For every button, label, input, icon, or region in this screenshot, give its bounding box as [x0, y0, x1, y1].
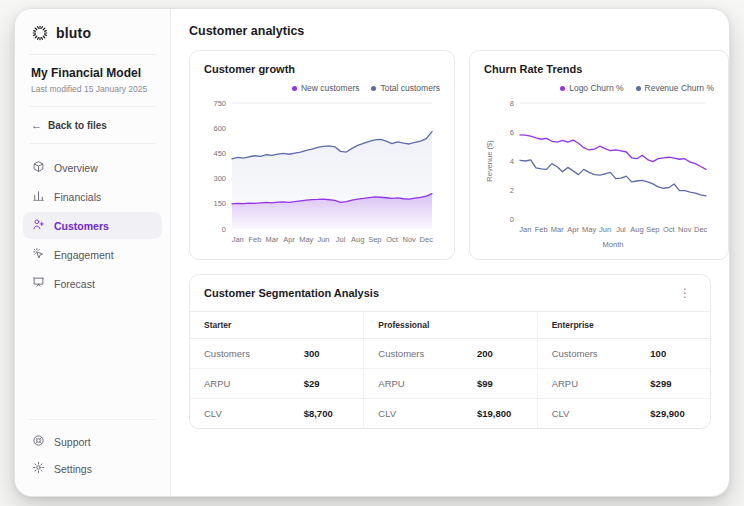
- sidebar-nav: Overview Financials Customers: [15, 144, 170, 307]
- svg-text:Sep: Sep: [646, 225, 659, 234]
- model-title: My Financial Model: [31, 66, 154, 80]
- svg-text:450: 450: [213, 149, 226, 158]
- kebab-menu-icon[interactable]: ⋮: [674, 285, 696, 301]
- column-header-enterprise: Enterprise: [537, 311, 710, 339]
- svg-text:Revenue ($): Revenue ($): [485, 140, 494, 182]
- overview-icon: [32, 160, 45, 175]
- metric-value: $99: [463, 369, 537, 399]
- svg-text:Oct: Oct: [663, 225, 676, 234]
- metric-value: 200: [463, 339, 537, 369]
- legend-label: Total customers: [380, 83, 440, 93]
- svg-text:Nov: Nov: [402, 235, 416, 244]
- charts-row: Customer growth New customers Total cust…: [189, 50, 711, 260]
- svg-text:Dec: Dec: [420, 235, 434, 244]
- sidebar-item-settings[interactable]: Settings: [23, 455, 162, 482]
- logo: bluto: [15, 9, 170, 54]
- svg-text:Nov: Nov: [678, 225, 692, 234]
- sidebar-item-label: Support: [54, 436, 91, 448]
- svg-text:Aug: Aug: [630, 225, 643, 234]
- svg-text:150: 150: [213, 199, 226, 208]
- metric-label: Customers: [363, 339, 463, 369]
- chart-legend: Logo Churn % Revenue Churn %: [484, 83, 714, 93]
- legend-dot: [371, 86, 376, 91]
- metric-value: $29: [290, 369, 364, 399]
- metric-label: ARPU: [190, 369, 290, 399]
- svg-text:0: 0: [510, 215, 514, 224]
- svg-text:4: 4: [510, 157, 514, 166]
- metric-label: CLV: [537, 399, 637, 428]
- sidebar-item-financials[interactable]: Financials: [23, 183, 162, 210]
- model-info: My Financial Model Last modified 15 Janu…: [15, 55, 170, 106]
- svg-text:Oct: Oct: [386, 235, 399, 244]
- page-title: Customer analytics: [189, 24, 711, 38]
- table-title: Customer Segmentation Analysis: [204, 287, 379, 299]
- svg-text:May: May: [582, 225, 596, 234]
- svg-text:Jan: Jan: [519, 225, 531, 234]
- svg-text:Apr: Apr: [283, 235, 295, 244]
- metric-value: $299: [636, 369, 710, 399]
- churn-rate-card: Churn Rate Trends Logo Churn % Revenue C…: [469, 50, 729, 260]
- chart-title: Churn Rate Trends: [484, 63, 714, 75]
- sidebar-item-customers[interactable]: Customers: [23, 212, 162, 239]
- app-window: bluto My Financial Model Last modified 1…: [14, 8, 730, 497]
- svg-text:Jun: Jun: [599, 225, 611, 234]
- legend-item-revenue-churn: Revenue Churn %: [636, 83, 714, 93]
- legend-item-new-customers: New customers: [292, 83, 360, 93]
- legend-dot: [636, 86, 641, 91]
- svg-text:Apr: Apr: [567, 225, 579, 234]
- sidebar-item-label: Overview: [54, 162, 98, 174]
- sidebar-footer: Support Settings: [15, 411, 170, 496]
- metric-label: Customers: [537, 339, 637, 369]
- metric-label: CLV: [190, 399, 290, 428]
- churn-rate-chart: 02468JanFebMarAprMayJunJulAugSepOctNovDe…: [484, 95, 714, 251]
- metric-label: ARPU: [363, 369, 463, 399]
- svg-text:Dec: Dec: [694, 225, 708, 234]
- metric-value: $8,700: [290, 399, 364, 428]
- column-header-professional: Professional: [363, 311, 536, 339]
- sidebar-item-support[interactable]: Support: [23, 428, 162, 455]
- user-plus-icon: [32, 218, 45, 233]
- sidebar-item-forecast[interactable]: Forecast: [23, 270, 162, 297]
- sidebar-item-label: Customers: [54, 220, 109, 232]
- svg-text:Jul: Jul: [616, 225, 626, 234]
- svg-text:Feb: Feb: [248, 235, 261, 244]
- column-header-starter: Starter: [190, 311, 363, 339]
- metric-value: 100: [636, 339, 710, 369]
- main-content: Customer analytics Customer growth New c…: [171, 9, 729, 496]
- segmentation-table: Starter Professional Enterprise Customer…: [190, 311, 710, 428]
- svg-text:May: May: [299, 235, 313, 244]
- sidebar-item-label: Forecast: [54, 278, 95, 290]
- svg-text:2: 2: [510, 186, 514, 195]
- sidebar-item-overview[interactable]: Overview: [23, 154, 162, 181]
- metric-value: 300: [290, 339, 364, 369]
- legend-item-logo-churn: Logo Churn %: [560, 83, 623, 93]
- logo-text: bluto: [56, 25, 91, 41]
- svg-text:Month: Month: [603, 240, 624, 249]
- legend-dot: [292, 86, 297, 91]
- sidebar-item-label: Engagement: [54, 249, 114, 261]
- sidebar-spacer: [15, 307, 170, 411]
- legend-dot: [560, 86, 565, 91]
- svg-text:Jul: Jul: [336, 235, 346, 244]
- back-arrow-icon: ←: [31, 119, 42, 131]
- svg-text:Feb: Feb: [535, 225, 548, 234]
- model-last-modified: Last modified 15 January 2025: [31, 84, 154, 94]
- customer-growth-chart: 0150300450600750JanFebMarAprMayJunJulAug…: [204, 95, 440, 251]
- legend-label: Revenue Churn %: [645, 83, 714, 93]
- cursor-click-icon: [32, 247, 45, 262]
- gear-icon: [32, 461, 45, 476]
- metric-label: CLV: [363, 399, 463, 428]
- chart-title: Customer growth: [204, 63, 440, 75]
- svg-text:Mar: Mar: [266, 235, 279, 244]
- metric-value: $19,800: [463, 399, 537, 428]
- metric-label: ARPU: [537, 369, 637, 399]
- svg-text:750: 750: [213, 99, 226, 108]
- metric-label: Customers: [190, 339, 290, 369]
- back-to-files-link[interactable]: ← Back to files: [15, 107, 170, 143]
- bar-chart-icon: [32, 189, 45, 204]
- table-header: Customer Segmentation Analysis ⋮: [190, 275, 710, 311]
- sidebar-item-engagement[interactable]: Engagement: [23, 241, 162, 268]
- divider: [29, 419, 156, 420]
- segmentation-card: Customer Segmentation Analysis ⋮ Starter…: [189, 274, 711, 429]
- legend-label: New customers: [301, 83, 360, 93]
